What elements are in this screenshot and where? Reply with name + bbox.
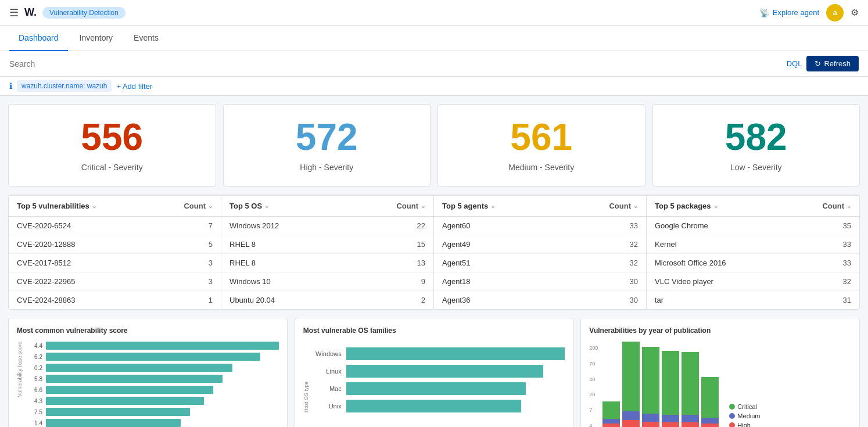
bar-fill	[46, 353, 260, 361]
row-label: Google Chrome	[655, 221, 708, 230]
table-row: Windows 10 9	[221, 272, 433, 291]
y-label-200: 200	[589, 345, 598, 351]
row-count: 33	[843, 259, 851, 267]
bar-label: 6.6	[26, 387, 42, 393]
row-label: Agent18	[442, 277, 470, 286]
table-header-2: Top 5 agents ⌄ Count ⌄	[434, 196, 646, 217]
vuln-score-title: Most common vulnerability score	[17, 326, 279, 335]
os-bar-track	[346, 400, 565, 412]
yearly-bar-segment	[662, 351, 679, 415]
yearly-bar-segment	[701, 418, 719, 424]
yearly-bar-group: 2019	[622, 342, 640, 427]
row-count: 15	[417, 240, 425, 249]
row-label: Ubuntu 20.04	[229, 296, 275, 304]
legend-item: Critical	[729, 403, 760, 410]
table-title-2: Top 5 agents ⌄	[442, 202, 495, 210]
count-sort-icon-0[interactable]: ⌄	[208, 203, 213, 209]
bar-fill	[46, 408, 190, 416]
refresh-button[interactable]: ↻ Refresh	[806, 56, 859, 71]
bar-label: 5.8	[26, 376, 42, 382]
yearly-bar	[682, 352, 699, 427]
row-label: RHEL 8	[229, 259, 256, 267]
yearly-bar-segment	[602, 424, 620, 427]
table-panel-1: Top 5 OS ⌄ Count ⌄ Windows 2012 22 RHEL …	[221, 196, 434, 309]
sort-icon-3[interactable]: ⌄	[713, 203, 718, 209]
add-filter-button[interactable]: + Add filter	[116, 82, 152, 91]
bar-track	[46, 364, 279, 372]
row-label: CVE-2017-8512	[17, 259, 71, 267]
bar-fill	[46, 342, 279, 350]
table-row: Kernel 33	[647, 235, 859, 254]
yearly-bar	[642, 347, 659, 427]
filter-info-icon[interactable]: ℹ	[9, 81, 12, 91]
table-row: CVE-2020-12888 5	[9, 235, 221, 254]
os-bar-track	[346, 347, 565, 360]
avatar[interactable]: a	[826, 4, 844, 21]
bar-row: 1.4	[26, 419, 279, 427]
bar-row: 7.5	[26, 408, 279, 416]
row-count: 32	[630, 240, 638, 249]
row-count: 30	[630, 277, 638, 286]
table-row: Windows 2012 22	[221, 217, 433, 235]
table-row: Google Chrome 35	[647, 217, 859, 235]
yearly-bar-segment	[622, 420, 640, 427]
row-count: 32	[843, 277, 851, 286]
stat-card-medium: 561 Medium - Severity	[437, 104, 645, 186]
row-count: 1	[209, 296, 213, 304]
row-count: 22	[417, 221, 425, 230]
row-count: 30	[630, 296, 638, 304]
yearly-bar-group: 2021	[662, 351, 679, 427]
table-title-0: Top 5 vulnerabilities ⌄	[17, 202, 96, 210]
row-label: Agent60	[442, 221, 470, 230]
os-y-label: Host OS type	[303, 342, 309, 412]
sort-icon-2[interactable]: ⌄	[490, 203, 495, 209]
filter-chip[interactable]: wazuh.cluster.name: wazuh	[17, 80, 112, 92]
y-label-70: 70	[589, 361, 598, 367]
tab-dashboard[interactable]: Dashboard	[9, 26, 68, 51]
row-label: Windows 2012	[229, 221, 279, 230]
bar-label: 7.5	[26, 409, 42, 415]
chart-legend: Critical Medium High Low	[729, 403, 760, 427]
count-sort-icon-1[interactable]: ⌄	[421, 203, 425, 209]
bar-fill	[46, 397, 204, 405]
bar-track	[46, 386, 279, 394]
bar-fill	[46, 375, 223, 383]
gear-icon[interactable]: ⚙	[851, 7, 859, 18]
bar-track	[46, 342, 279, 350]
count-sort-icon-2[interactable]: ⌄	[633, 203, 638, 209]
row-label: CVE-2020-6524	[17, 221, 71, 230]
low-label: Low - Severity	[662, 163, 851, 172]
explore-agent-button[interactable]: 📡 Explore agent	[759, 8, 819, 17]
dql-button[interactable]: DQL	[787, 59, 802, 68]
row-count: 31	[843, 296, 851, 304]
legend-dot	[729, 404, 735, 410]
count-sort-icon-3[interactable]: ⌄	[847, 203, 851, 209]
row-count: 7	[209, 221, 213, 230]
table-row: Microsoft Office 2016 33	[647, 254, 859, 272]
antenna-icon: 📡	[759, 8, 769, 17]
medium-label: Medium - Severity	[447, 163, 636, 172]
row-label: CVE-2022-22965	[17, 277, 75, 286]
table-header-1: Top 5 OS ⌄ Count ⌄	[221, 196, 433, 217]
tab-inventory[interactable]: Inventory	[70, 26, 123, 51]
table-row: VLC Video player 32	[647, 272, 859, 291]
table-title-1: Top 5 OS ⌄	[229, 202, 269, 210]
stat-card-critical: 556 Critical - Severity	[8, 104, 216, 186]
sort-icon-1[interactable]: ⌄	[264, 203, 269, 209]
tab-events[interactable]: Events	[124, 26, 168, 51]
table-panel-3: Top 5 packages ⌄ Count ⌄ Google Chrome 3…	[647, 196, 859, 309]
yearly-bar	[602, 401, 620, 427]
y-label-4: 4	[589, 423, 598, 427]
bar-row: 6.6	[26, 386, 279, 394]
row-count: 3	[209, 277, 213, 286]
hamburger-icon[interactable]: ☰	[9, 6, 19, 19]
yearly-bar-segment	[701, 424, 719, 427]
search-input[interactable]	[9, 59, 782, 69]
y-label-7: 7	[589, 407, 598, 413]
sort-icon-0[interactable]: ⌄	[92, 203, 96, 209]
row-label: tar	[655, 296, 663, 304]
legend-label: High	[737, 422, 751, 427]
table-row: Agent18 30	[434, 272, 646, 291]
bar-label: 4.4	[26, 343, 42, 349]
bar-row: 6.2	[26, 353, 279, 361]
